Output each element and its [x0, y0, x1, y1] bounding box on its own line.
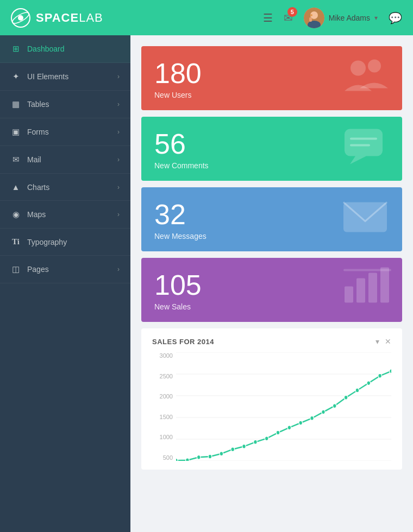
- avatar: [304, 8, 324, 28]
- ui-elements-chevron: ›: [117, 73, 120, 80]
- y-label-3000: 3000: [152, 352, 173, 359]
- maps-icon: ◉: [11, 210, 21, 219]
- mail-chevron: ›: [117, 156, 120, 163]
- stat-number-messages: 32: [154, 200, 206, 229]
- svg-point-32: [242, 444, 246, 448]
- sidebar-label-maps: Maps: [27, 210, 46, 219]
- svg-point-39: [322, 410, 326, 414]
- sidebar: ⊞ Dashboard ✦ UI Elements › ▦ Tables › ▣…: [0, 35, 130, 532]
- chart-close-btn[interactable]: ✕: [385, 337, 391, 346]
- forms-icon: ▣: [11, 127, 21, 137]
- sidebar-label-typography: Typography: [27, 238, 67, 246]
- y-label-2500: 2500: [152, 373, 173, 379]
- main-content: 180 New Users 56 New Comments: [130, 35, 413, 532]
- chart-title: SALES FOR 2014: [152, 338, 214, 346]
- svg-point-45: [390, 369, 391, 373]
- sales-bg-icon: [339, 265, 393, 315]
- stat-label-users: New Users: [154, 91, 202, 99]
- y-label-500: 500: [152, 454, 173, 461]
- sidebar-item-tables[interactable]: ▦ Tables ›: [0, 91, 130, 118]
- svg-rect-15: [345, 287, 353, 303]
- user-name-label: Mike Adams: [329, 14, 370, 22]
- user-menu[interactable]: Mike Adams ▾: [304, 8, 378, 28]
- svg-point-44: [378, 373, 382, 378]
- stat-label-comments: New Comments: [154, 161, 209, 170]
- svg-point-42: [355, 388, 359, 392]
- forms-chevron: ›: [117, 128, 120, 136]
- svg-rect-6: [309, 17, 312, 22]
- messages-bg-icon: [339, 194, 393, 245]
- sidebar-label-ui-elements: UI Elements: [27, 72, 68, 81]
- ui-elements-icon: ✦: [11, 72, 21, 81]
- sidebar-label-tables: Tables: [27, 100, 49, 109]
- svg-point-29: [208, 454, 212, 459]
- sidebar-item-dashboard[interactable]: ⊞ Dashboard: [0, 35, 130, 63]
- sidebar-item-forms[interactable]: ▣ Forms ›: [0, 118, 130, 146]
- hamburger-button[interactable]: ☰: [263, 11, 273, 24]
- svg-rect-14: [343, 202, 387, 232]
- sidebar-label-pages: Pages: [27, 265, 49, 274]
- logo-icon: [11, 8, 30, 28]
- sidebar-item-pages[interactable]: ◫ Pages ›: [0, 256, 130, 283]
- svg-point-30: [220, 452, 223, 456]
- sidebar-item-mail[interactable]: ✉ Mail ›: [0, 146, 130, 174]
- y-label-1500: 1500: [152, 414, 173, 420]
- chart-area: 3000 2500 2000 1500 1000 500: [152, 352, 391, 461]
- svg-point-40: [333, 404, 336, 408]
- y-label-2000: 2000: [152, 393, 173, 400]
- svg-point-41: [344, 395, 348, 400]
- svg-rect-10: [345, 129, 383, 156]
- sidebar-item-typography[interactable]: Ti Typography: [0, 229, 130, 256]
- stat-number-users: 180: [154, 59, 202, 87]
- charts-chevron: ›: [117, 183, 120, 191]
- header-right: ☰ ✉ 5 Mike Adams ▾ 💬: [263, 8, 402, 28]
- stat-card-new-messages: 32 New Messages: [141, 187, 402, 251]
- pages-chevron: ›: [117, 265, 120, 273]
- chart-header: SALES FOR 2014 ▾ ✕: [152, 337, 391, 346]
- svg-point-9: [368, 60, 381, 73]
- stat-card-new-sales: 105 New Sales: [141, 258, 402, 322]
- comments-bg-icon: [339, 124, 393, 174]
- charts-icon: ▲: [11, 182, 21, 192]
- app-header: SPACELAB ☰ ✉ 5 Mike Adams ▾ 💬: [0, 0, 413, 35]
- svg-point-33: [254, 440, 258, 444]
- svg-point-34: [265, 436, 268, 441]
- maps-chevron: ›: [117, 211, 120, 218]
- main-layout: ⊞ Dashboard ✦ UI Elements › ▦ Tables › ▣…: [0, 35, 413, 532]
- sidebar-label-charts: Charts: [27, 183, 49, 192]
- svg-rect-17: [368, 273, 377, 303]
- y-label-1000: 1000: [152, 434, 173, 440]
- mail-sidebar-icon: ✉: [11, 155, 21, 164]
- sidebar-label-mail: Mail: [27, 155, 41, 164]
- svg-point-38: [310, 416, 314, 420]
- svg-rect-19: [343, 269, 391, 271]
- svg-point-27: [186, 458, 190, 461]
- svg-point-31: [231, 447, 235, 452]
- svg-point-43: [367, 381, 371, 385]
- svg-point-36: [287, 426, 291, 430]
- chart-collapse-btn[interactable]: ▾: [376, 337, 379, 346]
- sidebar-item-ui-elements[interactable]: ✦ UI Elements ›: [0, 63, 130, 91]
- users-bg-icon: [339, 53, 393, 104]
- sidebar-item-maps[interactable]: ◉ Maps ›: [0, 201, 130, 229]
- svg-marker-11: [350, 156, 366, 164]
- svg-rect-18: [380, 268, 389, 303]
- sidebar-item-charts[interactable]: ▲ Charts ›: [0, 174, 130, 201]
- svg-rect-16: [356, 278, 365, 303]
- sidebar-label-forms: Forms: [27, 128, 49, 136]
- svg-point-37: [299, 421, 303, 425]
- svg-point-8: [351, 61, 366, 76]
- notification-badge: 5: [287, 7, 297, 17]
- stat-card-new-users: 180 New Users: [141, 46, 402, 110]
- user-menu-chevron: ▾: [374, 14, 378, 22]
- chart-controls: ▾ ✕: [376, 337, 391, 346]
- stat-card-new-comments: 56 New Comments: [141, 117, 402, 181]
- logo: SPACELAB: [11, 8, 103, 28]
- typography-icon: Ti: [11, 237, 21, 246]
- svg-point-35: [276, 430, 280, 435]
- svg-point-7: [310, 14, 312, 16]
- chat-icon[interactable]: 💬: [389, 11, 402, 24]
- svg-point-26: [176, 458, 178, 461]
- notifications-button[interactable]: ✉ 5: [284, 11, 293, 24]
- chart-svg-container: [176, 352, 391, 461]
